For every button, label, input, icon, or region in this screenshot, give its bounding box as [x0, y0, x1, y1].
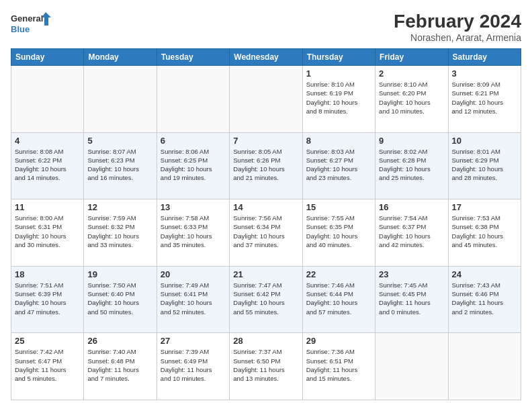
day-number: 16: [379, 202, 444, 212]
calendar-cell: 12Sunrise: 7:59 AMSunset: 6:32 PMDayligh…: [84, 199, 157, 267]
calendar-cell: 6Sunrise: 8:06 AMSunset: 6:25 PMDaylight…: [157, 132, 229, 199]
svg-text:Blue: Blue: [11, 24, 30, 34]
day-info: Sunrise: 7:53 AMSunset: 6:38 PMDaylight:…: [452, 214, 517, 249]
day-number: 6: [161, 136, 226, 146]
day-info: Sunrise: 7:43 AMSunset: 6:46 PMDaylight:…: [452, 281, 517, 316]
header-thursday: Thursday: [302, 49, 375, 66]
day-number: 1: [306, 68, 371, 79]
calendar-cell: 10Sunrise: 8:01 AMSunset: 6:29 PMDayligh…: [448, 132, 521, 199]
day-number: 14: [233, 202, 298, 212]
day-info: Sunrise: 7:45 AMSunset: 6:45 PMDaylight:…: [379, 281, 444, 316]
day-number: 15: [306, 202, 371, 212]
day-info: Sunrise: 8:10 AMSunset: 6:20 PMDaylight:…: [379, 80, 444, 116]
calendar-cell: 18Sunrise: 7:51 AMSunset: 6:39 PMDayligh…: [11, 266, 84, 333]
day-info: Sunrise: 8:00 AMSunset: 6:31 PMDaylight:…: [15, 214, 80, 249]
calendar-cell: 4Sunrise: 8:08 AMSunset: 6:22 PMDaylight…: [11, 132, 84, 199]
week-row-5: 25Sunrise: 7:42 AMSunset: 6:47 PMDayligh…: [11, 333, 521, 400]
day-number: 5: [87, 136, 152, 146]
day-number: 10: [452, 136, 517, 146]
calendar-cell: 28Sunrise: 7:37 AMSunset: 6:50 PMDayligh…: [230, 333, 302, 400]
day-info: Sunrise: 7:46 AMSunset: 6:44 PMDaylight:…: [306, 281, 371, 316]
week-row-1: 1Sunrise: 8:10 AMSunset: 6:19 PMDaylight…: [11, 66, 521, 133]
calendar-cell: 27Sunrise: 7:39 AMSunset: 6:49 PMDayligh…: [157, 333, 229, 400]
day-info: Sunrise: 8:01 AMSunset: 6:29 PMDaylight:…: [452, 147, 517, 183]
calendar-cell: 1Sunrise: 8:10 AMSunset: 6:19 PMDaylight…: [302, 66, 375, 133]
day-info: Sunrise: 7:37 AMSunset: 6:50 PMDaylight:…: [233, 347, 298, 383]
day-number: 26: [87, 336, 152, 346]
calendar-cell: 14Sunrise: 7:56 AMSunset: 6:34 PMDayligh…: [230, 199, 302, 267]
calendar-cell: 29Sunrise: 7:36 AMSunset: 6:51 PMDayligh…: [302, 333, 375, 400]
week-row-4: 18Sunrise: 7:51 AMSunset: 6:39 PMDayligh…: [11, 266, 521, 333]
day-info: Sunrise: 7:59 AMSunset: 6:32 PMDaylight:…: [87, 214, 152, 249]
day-info: Sunrise: 7:50 AMSunset: 6:40 PMDaylight:…: [87, 281, 152, 316]
day-info: Sunrise: 8:03 AMSunset: 6:27 PMDaylight:…: [306, 147, 371, 183]
day-info: Sunrise: 7:56 AMSunset: 6:34 PMDaylight:…: [233, 214, 298, 249]
day-number: 25: [15, 336, 80, 346]
day-number: 4: [15, 136, 80, 146]
day-info: Sunrise: 8:07 AMSunset: 6:23 PMDaylight:…: [87, 147, 152, 183]
calendar-cell: 15Sunrise: 7:55 AMSunset: 6:35 PMDayligh…: [302, 199, 375, 267]
calendar-cell: 3Sunrise: 8:09 AMSunset: 6:21 PMDaylight…: [448, 66, 521, 133]
day-info: Sunrise: 7:39 AMSunset: 6:49 PMDaylight:…: [161, 347, 226, 383]
header-wednesday: Wednesday: [230, 49, 302, 66]
day-number: 20: [161, 269, 226, 279]
day-number: 18: [15, 269, 80, 279]
week-row-2: 4Sunrise: 8:08 AMSunset: 6:22 PMDaylight…: [11, 132, 521, 199]
calendar-cell: 22Sunrise: 7:46 AMSunset: 6:44 PMDayligh…: [302, 266, 375, 333]
title-block: February 2024 Norashen, Ararat, Armenia: [394, 11, 521, 43]
day-info: Sunrise: 8:02 AMSunset: 6:28 PMDaylight:…: [379, 147, 444, 183]
day-info: Sunrise: 8:08 AMSunset: 6:22 PMDaylight:…: [15, 147, 80, 183]
page: General Blue February 2024 Norashen, Ara…: [0, 0, 532, 411]
calendar-table: SundayMondayTuesdayWednesdayThursdayFrid…: [11, 48, 521, 400]
day-number: 2: [379, 68, 444, 79]
calendar-cell: 11Sunrise: 8:00 AMSunset: 6:31 PMDayligh…: [11, 199, 84, 267]
calendar-cell: 8Sunrise: 8:03 AMSunset: 6:27 PMDaylight…: [302, 132, 375, 199]
day-info: Sunrise: 7:55 AMSunset: 6:35 PMDaylight:…: [306, 214, 371, 249]
calendar-cell: 21Sunrise: 7:47 AMSunset: 6:42 PMDayligh…: [230, 266, 302, 333]
calendar-cell: 13Sunrise: 7:58 AMSunset: 6:33 PMDayligh…: [157, 199, 229, 267]
calendar-cell: 9Sunrise: 8:02 AMSunset: 6:28 PMDaylight…: [375, 132, 448, 199]
calendar-cell: 2Sunrise: 8:10 AMSunset: 6:20 PMDaylight…: [375, 66, 448, 133]
day-info: Sunrise: 7:42 AMSunset: 6:47 PMDaylight:…: [15, 347, 80, 383]
day-number: 22: [306, 269, 371, 279]
day-info: Sunrise: 8:09 AMSunset: 6:21 PMDaylight:…: [452, 80, 517, 116]
calendar-cell: 25Sunrise: 7:42 AMSunset: 6:47 PMDayligh…: [11, 333, 84, 400]
day-info: Sunrise: 7:54 AMSunset: 6:37 PMDaylight:…: [379, 214, 444, 249]
subtitle: Norashen, Ararat, Armenia: [394, 32, 521, 43]
day-number: 12: [87, 202, 152, 212]
calendar-cell: 24Sunrise: 7:43 AMSunset: 6:46 PMDayligh…: [448, 266, 521, 333]
calendar-cell: 23Sunrise: 7:45 AMSunset: 6:45 PMDayligh…: [375, 266, 448, 333]
day-info: Sunrise: 7:49 AMSunset: 6:41 PMDaylight:…: [161, 281, 226, 316]
day-number: 24: [452, 269, 517, 279]
day-number: 7: [233, 136, 298, 146]
day-info: Sunrise: 8:10 AMSunset: 6:19 PMDaylight:…: [306, 80, 371, 116]
day-number: 27: [161, 336, 226, 346]
calendar-cell: [84, 66, 157, 133]
day-number: 19: [87, 269, 152, 279]
day-info: Sunrise: 7:58 AMSunset: 6:33 PMDaylight:…: [161, 214, 226, 249]
calendar-cell: [375, 333, 448, 400]
calendar-cell: 19Sunrise: 7:50 AMSunset: 6:40 PMDayligh…: [84, 266, 157, 333]
day-number: 11: [15, 202, 80, 212]
calendar-header-row: SundayMondayTuesdayWednesdayThursdayFrid…: [11, 49, 521, 66]
week-row-3: 11Sunrise: 8:00 AMSunset: 6:31 PMDayligh…: [11, 199, 521, 267]
header: General Blue February 2024 Norashen, Ara…: [11, 11, 521, 43]
logo: General Blue: [11, 11, 51, 38]
day-number: 9: [379, 136, 444, 146]
calendar-cell: 5Sunrise: 8:07 AMSunset: 6:23 PMDaylight…: [84, 132, 157, 199]
day-info: Sunrise: 8:05 AMSunset: 6:26 PMDaylight:…: [233, 147, 298, 183]
day-info: Sunrise: 7:47 AMSunset: 6:42 PMDaylight:…: [233, 281, 298, 316]
logo-svg: General Blue: [11, 11, 51, 38]
header-saturday: Saturday: [448, 49, 521, 66]
calendar-cell: 7Sunrise: 8:05 AMSunset: 6:26 PMDaylight…: [230, 132, 302, 199]
header-monday: Monday: [84, 49, 157, 66]
day-number: 13: [161, 202, 226, 212]
main-title: February 2024: [394, 11, 521, 32]
header-sunday: Sunday: [11, 49, 84, 66]
calendar-cell: [448, 333, 521, 400]
calendar-cell: 20Sunrise: 7:49 AMSunset: 6:41 PMDayligh…: [157, 266, 229, 333]
day-info: Sunrise: 7:40 AMSunset: 6:48 PMDaylight:…: [87, 347, 152, 383]
day-number: 17: [452, 202, 517, 212]
day-number: 3: [452, 68, 517, 79]
calendar-cell: 26Sunrise: 7:40 AMSunset: 6:48 PMDayligh…: [84, 333, 157, 400]
